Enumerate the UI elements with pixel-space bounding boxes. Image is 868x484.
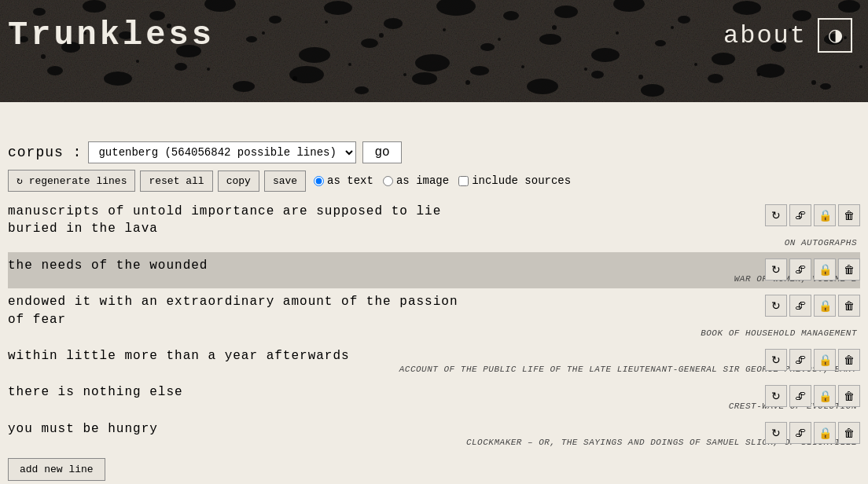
line-lock-button[interactable]: 🔒 <box>814 258 836 280</box>
line-regenerate-button[interactable]: ↻ <box>765 385 787 407</box>
svg-point-60 <box>521 65 524 68</box>
svg-point-54 <box>348 63 351 66</box>
as-text-option[interactable]: as text <box>314 174 373 187</box>
svg-point-35 <box>289 66 324 83</box>
line-text: endowed it with an extraordinary amount … <box>8 293 860 328</box>
include-sources-label: include sources <box>472 174 571 187</box>
reset-button[interactable]: reset all <box>140 170 212 192</box>
line-link-button[interactable]: 🖇 <box>789 258 811 280</box>
line-actions: ↻🖇🔒🗑 <box>765 349 860 371</box>
line-delete-button[interactable]: 🗑 <box>838 422 860 444</box>
line-delete-button[interactable]: 🗑 <box>838 349 860 371</box>
svg-point-41 <box>641 84 664 97</box>
svg-point-50 <box>207 68 210 71</box>
svg-point-31 <box>47 66 63 75</box>
svg-point-44 <box>820 83 831 90</box>
lines-container: manuscripts of untold importance are sup… <box>0 198 868 452</box>
line-source: CREST-WAVE OF EVOLUTION <box>8 402 860 411</box>
svg-point-64 <box>638 75 643 79</box>
save-button[interactable]: save <box>264 170 306 192</box>
as-image-option[interactable]: as image <box>383 174 449 187</box>
line-lock-button[interactable]: 🔒 <box>814 295 836 317</box>
line-actions: ↻🖇🔒🗑 <box>765 204 860 226</box>
line-link-button[interactable]: 🖇 <box>789 204 811 226</box>
line-delete-button[interactable]: 🗑 <box>838 385 860 407</box>
line-source: ACCOUNT OF THE PUBLIC LIFE OF THE LATE L… <box>8 365 860 374</box>
regenerate-button[interactable]: ↻ regenerate lines <box>8 170 135 192</box>
svg-point-68 <box>757 73 760 76</box>
copy-button[interactable]: copy <box>218 170 259 192</box>
svg-point-40 <box>591 71 604 79</box>
line-row: manuscripts of untold importance are sup… <box>8 198 860 252</box>
line-lock-button[interactable]: 🔒 <box>814 204 836 226</box>
svg-point-36 <box>355 86 369 94</box>
line-actions: ↻🖇🔒🗑 <box>765 422 860 444</box>
svg-point-66 <box>694 63 697 66</box>
as-text-radio[interactable] <box>314 176 324 186</box>
line-actions: ↻🖇🔒🗑 <box>765 295 860 317</box>
svg-point-43 <box>756 64 785 78</box>
svg-point-32 <box>104 72 132 86</box>
svg-point-37 <box>412 72 437 85</box>
theme-toggle-button[interactable]: ◑ <box>818 18 852 53</box>
line-source: WAR OF WOMEN, VOLUME 2 <box>8 274 860 284</box>
line-regenerate-button[interactable]: ↻ <box>765 258 787 280</box>
line-regenerate-button[interactable]: ↻ <box>765 349 787 371</box>
line-row: within little more than a year afterward… <box>8 343 860 379</box>
line-delete-button[interactable]: 🗑 <box>838 295 860 317</box>
line-lock-button[interactable]: 🔒 <box>814 349 836 371</box>
svg-point-52 <box>292 76 297 81</box>
line-link-button[interactable]: 🖇 <box>789 385 811 407</box>
app-title: Trunkless <box>8 16 215 54</box>
line-link-button[interactable]: 🖇 <box>789 349 811 371</box>
line-delete-button[interactable]: 🗑 <box>838 204 860 226</box>
line-source: ON AUTOGRAPHS <box>8 238 860 248</box>
line-regenerate-button[interactable]: ↻ <box>765 204 787 226</box>
line-text: there is nothing else <box>8 383 860 401</box>
svg-point-56 <box>403 73 406 76</box>
svg-point-34 <box>233 81 255 92</box>
line-lock-button[interactable]: 🔒 <box>814 385 836 407</box>
go-button[interactable]: go <box>362 141 401 163</box>
line-delete-button[interactable]: 🗑 <box>838 258 860 280</box>
corpus-label: corpus : <box>8 145 82 160</box>
about-link[interactable]: about <box>723 21 807 50</box>
as-text-label: as text <box>327 174 373 187</box>
line-actions: ↻🖇🔒🗑 <box>765 258 860 280</box>
line-actions: ↻🖇🔒🗑 <box>765 385 860 407</box>
include-sources-option[interactable]: include sources <box>458 174 571 187</box>
line-row: endowed it with an extraordinary amount … <box>8 288 860 343</box>
line-source: BOOK OF HOUSEHOLD MANAGEMENT <box>8 328 860 338</box>
svg-point-33 <box>175 63 187 71</box>
svg-point-38 <box>470 66 489 75</box>
as-image-label: as image <box>396 174 449 187</box>
line-text: manuscripts of untold importance are sup… <box>8 203 860 238</box>
svg-point-62 <box>584 68 587 71</box>
svg-point-70 <box>811 80 816 85</box>
svg-point-58 <box>465 80 470 85</box>
line-text: within little more than a year afterward… <box>8 347 860 365</box>
line-row: you must be hungry↻🖇🔒🗑CLOCKMAKER – OR, T… <box>8 416 860 452</box>
line-regenerate-button[interactable]: ↻ <box>765 422 787 444</box>
line-text: the needs of the wounded <box>8 257 860 274</box>
corpus-select[interactable]: gutenberg (564056842 possible lines) <box>88 141 356 163</box>
line-link-button[interactable]: 🖇 <box>789 295 811 317</box>
line-lock-button[interactable]: 🔒 <box>814 422 836 444</box>
svg-point-39 <box>527 79 558 94</box>
svg-point-72 <box>859 65 862 68</box>
svg-point-42 <box>708 74 723 83</box>
add-new-line-button[interactable]: add new line <box>8 458 105 481</box>
line-link-button[interactable]: 🖇 <box>789 422 811 444</box>
as-image-radio[interactable] <box>383 176 393 186</box>
line-text: you must be hungry <box>8 420 860 438</box>
include-sources-checkbox[interactable] <box>458 176 469 186</box>
line-row: there is nothing else↻🖇🔒🗑CREST-WAVE OF E… <box>8 379 860 415</box>
line-source: CLOCKMAKER – OR, THE SAYINGS AND DOINGS … <box>8 438 860 447</box>
line-row: the needs of the wounded↻🖇🔒🗑WAR OF WOMEN… <box>8 252 860 288</box>
line-regenerate-button[interactable]: ↻ <box>765 295 787 317</box>
